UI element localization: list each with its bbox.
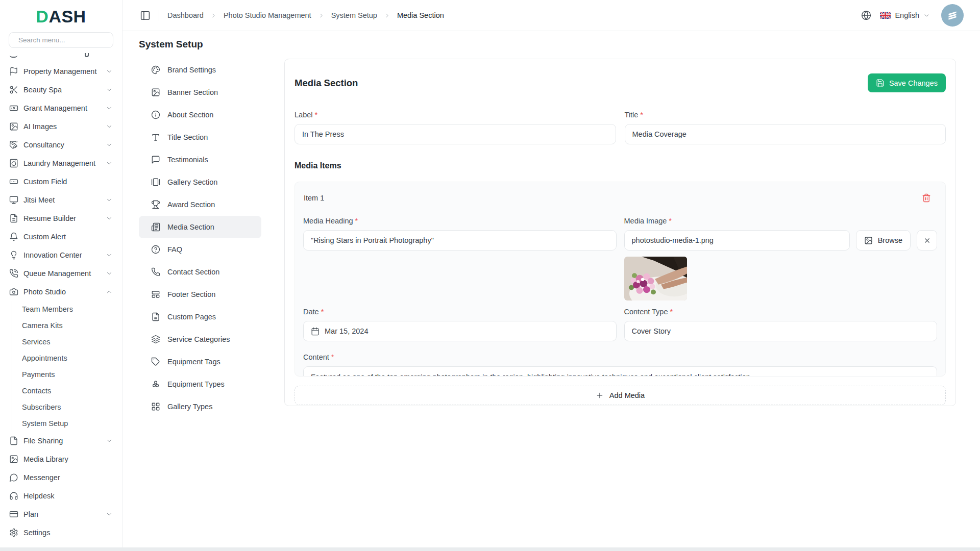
required-marker: *: [321, 308, 324, 316]
settings-menu-item-banner-section[interactable]: Banner Section: [139, 81, 261, 104]
sidebar-item-file-sharing[interactable]: File Sharing: [0, 432, 122, 450]
settings-menu-item-media-section[interactable]: Media Section: [139, 216, 261, 238]
settings-menu-item-brand-settings[interactable]: Brand Settings: [139, 59, 261, 81]
browse-button[interactable]: Browse: [856, 230, 911, 251]
delete-item-button[interactable]: [921, 192, 932, 204]
sidebar-subitem-contacts[interactable]: Contacts: [12, 383, 122, 399]
title-field: Title*: [625, 111, 946, 144]
sidebar-item-label: Beauty Spa: [23, 86, 62, 94]
settings-menu-item-label: Banner Section: [167, 88, 218, 96]
date-input[interactable]: Mar 15, 2024: [303, 321, 617, 341]
sidebar-item-label: Grant Management: [23, 104, 87, 112]
page-content: System Setup Brand SettingsBanner Sectio…: [122, 31, 980, 547]
label-input[interactable]: [295, 124, 616, 144]
settings-menu-item-testimonials[interactable]: Testimonials: [139, 148, 261, 171]
sidebar-item-label: Messenger: [23, 473, 60, 482]
file-text-icon: [151, 312, 160, 321]
content-type-input[interactable]: [624, 321, 938, 341]
required-marker: *: [670, 308, 673, 316]
settings-menu-item-gallery-types[interactable]: Gallery Types: [139, 395, 261, 418]
globe-icon[interactable]: [861, 10, 871, 20]
breadcrumb-item-media-section[interactable]: Media Section: [397, 11, 444, 19]
settings-menu-item-custom-pages[interactable]: Custom Pages: [139, 306, 261, 328]
sidebar-item-photo-studio[interactable]: Photo Studio: [0, 283, 122, 301]
settings-menu-item-award-section[interactable]: Award Section: [139, 193, 261, 216]
sidebar-item-plan[interactable]: Plan: [0, 505, 122, 523]
search-box[interactable]: [9, 32, 113, 48]
content-textarea[interactable]: Featured as one of the top emerging phot…: [303, 366, 937, 377]
sidebar-subitem-appointments[interactable]: Appointments: [12, 350, 122, 366]
settings-menu-item-gallery-section[interactable]: Gallery Section: [139, 171, 261, 193]
sidebar-item-label: Resume Builder: [23, 214, 76, 222]
sidebar-item-messenger[interactable]: Messenger: [0, 468, 122, 487]
sidebar-item-settings[interactable]: Settings: [0, 523, 122, 542]
chevron-up-icon: [106, 288, 113, 295]
sidebar-item-beauty-spa[interactable]: Beauty Spa: [0, 81, 122, 99]
settings-menu-item-contact-section[interactable]: Contact Section: [139, 261, 261, 283]
sidebar-subitem-team-members[interactable]: Team Members: [12, 301, 122, 317]
sidebar-item-consultancy[interactable]: Consultancy: [0, 136, 122, 154]
sidebar-item-queue-management[interactable]: Queue Management: [0, 264, 122, 283]
sidebar-item-helpdesk[interactable]: Helpdesk: [0, 487, 122, 505]
date-value: Mar 15, 2024: [325, 327, 368, 335]
chevron-down-icon: [106, 437, 113, 444]
required-marker: *: [640, 111, 643, 119]
language-label: English: [895, 11, 919, 19]
settings-menu-item-equipment-types[interactable]: Equipment Types: [139, 373, 261, 395]
sidebar-subitem-services[interactable]: Services: [12, 334, 122, 350]
settings-menu-item-title-section[interactable]: Title Section: [139, 126, 261, 148]
sidebar-item-grant-management[interactable]: Grant Management: [0, 99, 122, 117]
sidebar-item-laundry-management[interactable]: Laundry Management: [0, 154, 122, 172]
image-icon: [9, 122, 18, 131]
sidebar-item-property-management[interactable]: Property Management: [0, 62, 122, 81]
settings-menu-item-equipment-tags[interactable]: Equipment Tags: [139, 350, 261, 373]
required-marker: *: [331, 353, 334, 361]
breadcrumb: DashboardPhoto Studio ManagementSystem S…: [167, 11, 444, 19]
monitor-icon: [9, 195, 18, 205]
sidebar-item-media-library[interactable]: Media Library: [0, 450, 122, 468]
settings-menu-item-faq[interactable]: FAQ: [139, 238, 261, 261]
topbar-right: English: [861, 4, 964, 27]
media-heading-input[interactable]: [303, 230, 617, 251]
add-media-button[interactable]: Add Media: [295, 386, 946, 405]
breadcrumb-item-photo-studio-management[interactable]: Photo Studio Management: [224, 11, 311, 19]
breadcrumb-item-system-setup[interactable]: System Setup: [331, 11, 377, 19]
sidebar-subitem-system-setup[interactable]: System Setup: [12, 415, 122, 432]
settings-menu-item-service-categories[interactable]: Service Categories: [139, 328, 261, 350]
sidebar-item-custom-alert[interactable]: Custom Alert: [0, 228, 122, 246]
settings-menu-item-about-section[interactable]: About Section: [139, 104, 261, 126]
sidebar-item-custom-field[interactable]: Custom Field: [0, 172, 122, 191]
sidebar-item-clipped[interactable]: [9, 53, 113, 60]
sidebar-subitem-subscribers[interactable]: Subscribers: [12, 399, 122, 415]
settings-menu-item-footer-section[interactable]: Footer Section: [139, 283, 261, 306]
uk-flag-icon: [880, 12, 891, 19]
main-column: DashboardPhoto Studio ManagementSystem S…: [122, 0, 980, 547]
message-square-icon: [151, 155, 160, 164]
app-window: DASH Property ManagementBeauty SpaGrant …: [0, 0, 980, 551]
title-input[interactable]: [625, 124, 946, 144]
media-section-card: Media Section Save Changes Label* Title*: [284, 59, 956, 406]
image-icon: [9, 455, 18, 464]
sidebar-subitem-camera-kits[interactable]: Camera Kits: [12, 317, 122, 334]
scissors-icon: [9, 85, 18, 94]
search-input[interactable]: [18, 36, 109, 44]
card-title: Media Section: [295, 78, 358, 89]
sidebar-subitem-payments[interactable]: Payments: [12, 366, 122, 383]
sidebar-item-ai-images[interactable]: AI Images: [0, 117, 122, 136]
sidebar-item-jitsi-meet[interactable]: Jitsi Meet: [0, 191, 122, 209]
language-selector[interactable]: English: [880, 11, 930, 19]
save-changes-button[interactable]: Save Changes: [868, 73, 946, 92]
handshake-icon: [9, 140, 18, 149]
sidebar-toggle-icon[interactable]: [140, 10, 151, 21]
sidebar-item-innovation-center[interactable]: Innovation Center: [0, 246, 122, 264]
avatar[interactable]: [941, 4, 964, 27]
breadcrumb-item-dashboard[interactable]: Dashboard: [167, 11, 204, 19]
trash-icon: [922, 193, 931, 203]
media-image-filename-input[interactable]: [624, 230, 850, 251]
settings-menu-item-label: Custom Pages: [167, 313, 216, 321]
clear-image-button[interactable]: [917, 230, 937, 251]
date-field: Date* Mar 15, 2024: [303, 308, 617, 341]
sidebar-item-resume-builder[interactable]: Resume Builder: [0, 209, 122, 228]
page-bottom-edge: [0, 547, 980, 551]
settings-menu-item-label: Media Section: [167, 223, 214, 231]
